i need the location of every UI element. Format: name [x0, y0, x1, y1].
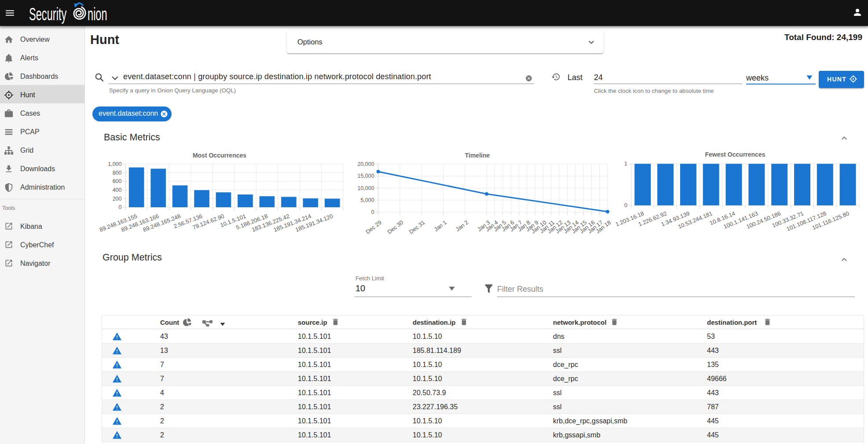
svg-text:600: 600: [113, 178, 122, 184]
svg-text:200: 200: [113, 196, 122, 202]
svg-text:1: 1: [624, 161, 627, 167]
svg-text:Timeline: Timeline: [465, 152, 490, 159]
svg-text:5,000: 5,000: [360, 197, 374, 203]
svg-text:Jan 1: Jan 1: [433, 219, 448, 233]
svg-text:800: 800: [113, 170, 122, 176]
svg-text:1,000: 1,000: [108, 161, 121, 167]
svg-text:Jan 2: Jan 2: [454, 219, 469, 233]
svg-text:Dec 31: Dec 31: [408, 219, 426, 235]
svg-text:Most Occurrences: Most Occurrences: [193, 152, 246, 159]
svg-text:Fewest Occurrences: Fewest Occurrences: [705, 151, 765, 158]
svg-text:Dec 30: Dec 30: [386, 219, 405, 235]
svg-text:0: 0: [371, 209, 374, 215]
svg-text:20,000: 20,000: [357, 161, 374, 167]
svg-text:15,000: 15,000: [357, 173, 374, 179]
svg-text:400: 400: [113, 187, 122, 193]
svg-text:Dec 29: Dec 29: [364, 219, 383, 235]
svg-text:10,000: 10,000: [357, 185, 374, 191]
svg-text:0: 0: [119, 204, 122, 210]
svg-text:0: 0: [624, 202, 627, 209]
